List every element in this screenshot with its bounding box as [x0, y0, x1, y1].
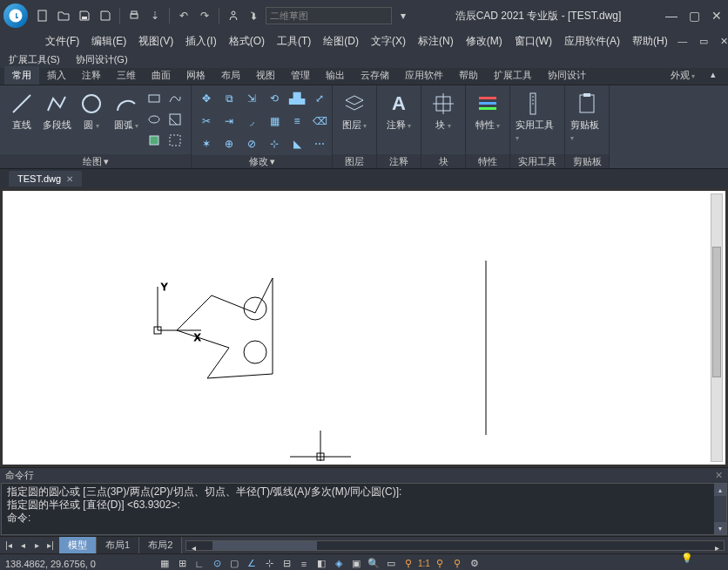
transparency-icon[interactable]: ◧: [313, 556, 329, 571]
utilities-button[interactable]: 实用工具: [516, 89, 559, 144]
explode-icon[interactable]: ✶: [197, 134, 216, 153]
annovis-icon[interactable]: ⚲: [432, 556, 448, 571]
copy-icon[interactable]: ⧉: [219, 89, 239, 108]
circle-button[interactable]: 圆: [75, 89, 108, 133]
erase-icon[interactable]: ⌫: [310, 112, 329, 131]
rtab-output[interactable]: 输出: [318, 66, 353, 85]
iso-icon[interactable]: ⬚: [679, 567, 695, 571]
dyn-icon[interactable]: ⊟: [279, 556, 294, 571]
spline-icon[interactable]: [165, 89, 185, 108]
menu-tools[interactable]: 工具(T): [272, 32, 316, 51]
rtab-manage[interactable]: 管理: [283, 66, 318, 85]
ribbon-collapse-icon[interactable]: ▴: [703, 66, 724, 85]
stretch-icon[interactable]: ⇲: [242, 89, 261, 108]
layout-last-icon[interactable]: ▸|: [44, 539, 57, 553]
annotate-button[interactable]: A注释: [382, 89, 415, 133]
edit-icon[interactable]: ⋯: [310, 134, 329, 153]
menu-dim[interactable]: 标注(N): [413, 32, 459, 51]
array-icon[interactable]: ▦: [265, 112, 284, 131]
layout-tab-1[interactable]: 布局1: [97, 537, 139, 553]
scale-icon[interactable]: ⤢: [310, 89, 329, 108]
layout-tab-model[interactable]: 模型: [59, 537, 97, 553]
drawing-canvas[interactable]: Y X: [3, 191, 725, 465]
redo-icon[interactable]: ↷: [195, 6, 214, 25]
rtab-annotate[interactable]: 注释: [74, 66, 109, 85]
rtab-appearance[interactable]: 外观: [663, 66, 703, 85]
drawing-area[interactable]: Y X: [0, 188, 728, 467]
doc-tab-close-icon[interactable]: ✕: [66, 174, 73, 184]
rtab-3d[interactable]: 三维: [109, 66, 144, 85]
line-button[interactable]: 直线: [5, 89, 38, 133]
menu-help[interactable]: 帮助(H): [627, 32, 673, 51]
properties-button[interactable]: 特性: [471, 89, 504, 133]
rtab-cloud[interactable]: 云存储: [353, 66, 397, 85]
menu-file[interactable]: 文件(F): [40, 32, 84, 51]
command-close-icon[interactable]: ✕: [715, 470, 723, 481]
layout-tab-2[interactable]: 布局2: [139, 537, 182, 553]
move-icon[interactable]: ✥: [197, 89, 216, 108]
print-icon[interactable]: [125, 6, 144, 25]
rotate-icon[interactable]: ⟲: [265, 89, 284, 108]
horizontal-scrollbar[interactable]: ◂ ▸: [185, 540, 725, 551]
trim-icon[interactable]: ✂: [197, 112, 216, 131]
rtab-view[interactable]: 视图: [248, 66, 283, 85]
menu-app[interactable]: 应用软件(A): [559, 32, 625, 51]
qp-icon[interactable]: ▣: [348, 556, 364, 571]
doc-minimize-icon[interactable]: —: [675, 33, 691, 49]
menu-format[interactable]: 格式(O): [224, 32, 270, 51]
model-icon[interactable]: ▭: [383, 556, 399, 571]
rtab-ext[interactable]: 扩展工具: [486, 66, 540, 85]
polyline-button[interactable]: 多段线: [40, 89, 73, 133]
break-icon[interactable]: ⊘: [242, 134, 261, 153]
rtab-home[interactable]: 常用: [4, 66, 39, 85]
help-icon[interactable]: ⮯: [245, 6, 264, 25]
open-icon[interactable]: [54, 6, 73, 25]
layout-first-icon[interactable]: |◂: [2, 539, 16, 553]
new-icon[interactable]: [33, 6, 52, 25]
fillet-icon[interactable]: ◞: [242, 112, 261, 131]
menu-modify[interactable]: 修改(M): [461, 32, 508, 51]
close-icon[interactable]: ✕: [709, 8, 725, 24]
menu-ext[interactable]: 扩展工具(S): [5, 52, 64, 67]
region-icon[interactable]: [145, 131, 164, 150]
rect-icon[interactable]: [145, 89, 164, 108]
doc-restore-icon[interactable]: ▭: [696, 33, 711, 49]
doc-close-icon[interactable]: ✕: [717, 33, 728, 49]
rtab-layout[interactable]: 布局: [213, 66, 248, 85]
scrollbar-thumb[interactable]: [712, 247, 721, 377]
join-icon[interactable]: ⊹: [265, 134, 284, 153]
panel-modify-title[interactable]: 修改 ▾: [192, 155, 332, 168]
osnap-icon[interactable]: ▢: [226, 556, 242, 571]
menu-window[interactable]: 窗口(W): [509, 32, 557, 51]
menu-insert[interactable]: 插入(I): [180, 32, 221, 51]
clipboard-button[interactable]: 剪贴板: [570, 89, 603, 144]
coordinates-readout[interactable]: 138.4862, 29.6756, 0: [5, 559, 153, 569]
lwt-icon[interactable]: ≡: [296, 556, 312, 571]
save-icon[interactable]: [75, 6, 94, 25]
annoauto-icon[interactable]: ⚲: [449, 556, 465, 571]
grid-icon[interactable]: ▦: [157, 556, 172, 571]
rtab-surface[interactable]: 曲面: [144, 66, 179, 85]
menu-draw[interactable]: 绘图(D): [318, 32, 364, 51]
menu-text[interactable]: 文字(X): [366, 32, 411, 51]
saveas-icon[interactable]: [96, 6, 115, 25]
rtab-collab[interactable]: 协同设计: [540, 66, 594, 85]
align-icon[interactable]: ⊕: [219, 134, 239, 153]
search-dropdown-icon[interactable]: ▾: [394, 6, 413, 25]
ellipse-icon[interactable]: [145, 110, 164, 129]
rtab-mesh[interactable]: 网格: [179, 66, 213, 85]
hscroll-thumb[interactable]: [212, 541, 317, 550]
annoscale-icon[interactable]: ⚲: [401, 556, 416, 571]
vertical-scrollbar[interactable]: [711, 193, 723, 462]
offset-icon[interactable]: ≡: [287, 112, 307, 131]
search-box[interactable]: 二维草图: [266, 7, 392, 24]
menu-collab[interactable]: 协同设计(G): [72, 52, 131, 67]
menu-edit[interactable]: 编辑(E): [86, 32, 131, 51]
rtab-apps[interactable]: 应用软件: [397, 66, 451, 85]
minimize-icon[interactable]: —: [664, 8, 679, 24]
cycle-icon[interactable]: ◈: [331, 556, 347, 571]
scale-readout[interactable]: 1:1: [418, 556, 430, 571]
layout-next-icon[interactable]: ▸: [30, 539, 44, 553]
bulb-icon[interactable]: 💡: [679, 551, 695, 567]
layer-button[interactable]: 图层: [338, 89, 371, 133]
